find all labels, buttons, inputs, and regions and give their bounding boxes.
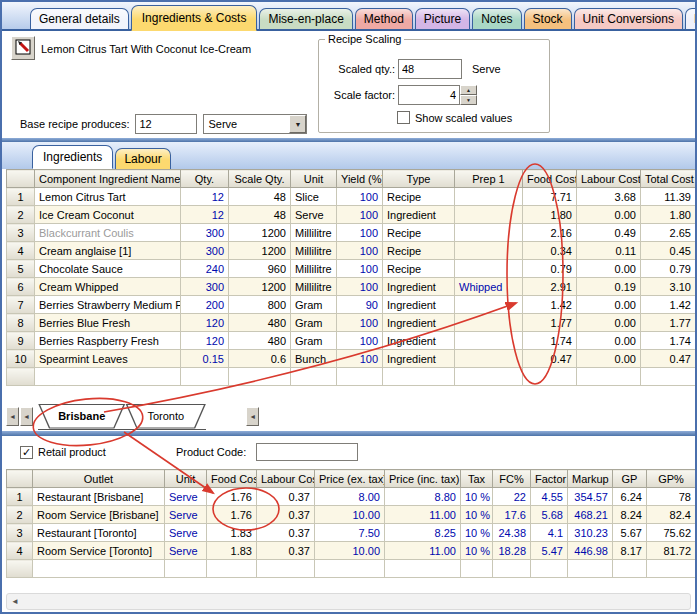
cell-factor[interactable]: 4.1	[531, 524, 568, 542]
main-tab[interactable]: Unit Conversions	[574, 8, 683, 29]
cell-type[interactable]: Ingredient	[383, 314, 455, 332]
cell-unit[interactable]: Millilitre	[291, 278, 337, 296]
cell-yield[interactable]: 100	[337, 278, 383, 296]
cell-gp-pct[interactable]: 82.4	[647, 506, 696, 524]
spin-down-button[interactable]: ▼	[460, 95, 477, 105]
dropdown-arrow-icon[interactable]: ▼	[289, 115, 306, 133]
cell-type[interactable]: Ingredient	[383, 296, 455, 314]
cell-yield[interactable]: 100	[337, 332, 383, 350]
scaled-qty-input[interactable]	[398, 59, 462, 79]
cell-ingredient-name[interactable]: Berries Raspberry Fresh	[35, 332, 181, 350]
cell-fc-pct[interactable]: 18.28	[493, 542, 531, 560]
cell-qty[interactable]: 300	[181, 224, 229, 242]
cell-scale-qty[interactable]: 480	[229, 314, 291, 332]
cell-labour-cost[interactable]: 0.19	[577, 278, 641, 296]
cell-prep1[interactable]	[455, 188, 523, 206]
cell-prep1[interactable]: Whipped	[455, 278, 523, 296]
ingredients-tab[interactable]: Labour	[115, 148, 170, 169]
cell-unit[interactable]: Slice	[291, 188, 337, 206]
cell-prep1[interactable]	[455, 224, 523, 242]
cell-markup[interactable]: 354.57	[568, 488, 613, 506]
cell-price-inc-tax[interactable]: 8.80	[385, 488, 461, 506]
cell-outlet[interactable]: Restaurant [Brisbane]	[33, 488, 165, 506]
cell-unit[interactable]: Serve	[165, 542, 207, 560]
edit-recipe-button[interactable]	[11, 36, 35, 60]
cell-ingredient-name[interactable]: Berries Strawberry Medium Fre	[35, 296, 181, 314]
cell-food-cost[interactable]: 2.91	[523, 278, 577, 296]
cell-total-cost[interactable]: 0.79	[641, 260, 696, 278]
cell-scale-qty[interactable]: 800	[229, 296, 291, 314]
cell-prep1[interactable]	[455, 260, 523, 278]
cell-scale-qty[interactable]: 48	[229, 206, 291, 224]
cell-type[interactable]: Ingredient	[383, 206, 455, 224]
cell-labour-cost[interactable]: 3.68	[577, 188, 641, 206]
cell-tax[interactable]: 10 %	[461, 488, 493, 506]
cell-total-cost[interactable]: 0.47	[641, 350, 696, 368]
main-tab[interactable]: Stock	[524, 8, 572, 29]
cell-yield[interactable]: 90	[337, 296, 383, 314]
cell-labour-cost[interactable]: 0.37	[257, 488, 315, 506]
cell-prep1[interactable]	[455, 296, 523, 314]
cell-outlet[interactable]: Room Service [Brisbane]	[33, 506, 165, 524]
cell-gp-pct[interactable]: 78	[647, 488, 696, 506]
cell-total-cost[interactable]: 2.65	[641, 224, 696, 242]
cell-type[interactable]: Recipe	[383, 188, 455, 206]
cell-yield[interactable]: 100	[337, 224, 383, 242]
cell-prep1[interactable]	[455, 332, 523, 350]
cell-food-cost[interactable]: 0.47	[523, 350, 577, 368]
cell-fc-pct[interactable]: 22	[493, 488, 531, 506]
main-tab[interactable]: Method	[355, 8, 413, 29]
cell-total-cost[interactable]: 1.77	[641, 314, 696, 332]
cell-labour-cost[interactable]: 0.00	[577, 314, 641, 332]
base-produces-input[interactable]	[135, 114, 197, 134]
row-number[interactable]: 1	[7, 188, 35, 206]
cell-gp-pct[interactable]: 81.72	[647, 542, 696, 560]
cell-tax[interactable]: 10 %	[461, 506, 493, 524]
cell-scale-qty[interactable]: 1200	[229, 278, 291, 296]
cell-unit[interactable]: Millilitre	[291, 224, 337, 242]
cell-ingredient-name[interactable]: Blackcurrant Coulis	[35, 224, 181, 242]
cell-food-cost[interactable]: 1.80	[523, 206, 577, 224]
cell-scale-qty[interactable]: 1200	[229, 242, 291, 260]
cell-type[interactable]: Recipe	[383, 242, 455, 260]
main-tab[interactable]: References	[685, 8, 697, 29]
cell-scale-qty[interactable]: 0.6	[229, 350, 291, 368]
cell-unit[interactable]: Serve	[165, 524, 207, 542]
cell-price-ex-tax[interactable]: 7.50	[315, 524, 385, 542]
cell-yield[interactable]: 100	[337, 350, 383, 368]
row-number[interactable]: 4	[7, 242, 35, 260]
cell-price-ex-tax[interactable]: 10.00	[315, 506, 385, 524]
cell-scale-qty[interactable]: 1200	[229, 224, 291, 242]
cell-price-inc-tax[interactable]: 8.25	[385, 524, 461, 542]
cell-food-cost[interactable]: 1.76	[207, 488, 257, 506]
cell-food-cost[interactable]: 0.79	[523, 260, 577, 278]
cell-prep1[interactable]	[455, 350, 523, 368]
cell-unit[interactable]: Gram	[291, 314, 337, 332]
outlet-tab[interactable]: Brisbane Brisbane	[38, 404, 125, 429]
cell-total-cost[interactable]: 1.74	[641, 332, 696, 350]
cell-type[interactable]: Ingredient	[383, 332, 455, 350]
cell-yield[interactable]: 100	[337, 188, 383, 206]
cell-labour-cost[interactable]: 0.37	[257, 506, 315, 524]
cell-scale-qty[interactable]: 480	[229, 332, 291, 350]
cell-outlet[interactable]: Restaurant [Toronto]	[33, 524, 165, 542]
cell-qty[interactable]: 240	[181, 260, 229, 278]
main-tab[interactable]: Notes	[472, 8, 521, 29]
cell-type[interactable]: Ingredient	[383, 278, 455, 296]
cell-prep1[interactable]	[455, 206, 523, 224]
cell-fc-pct[interactable]: 17.6	[493, 506, 531, 524]
cell-labour-cost[interactable]: 0.11	[577, 242, 641, 260]
row-number[interactable]: 3	[7, 224, 35, 242]
cell-gp[interactable]: 8.24	[613, 506, 647, 524]
cell-food-cost[interactable]: 1.83	[207, 542, 257, 560]
cell-labour-cost[interactable]: 0.49	[577, 224, 641, 242]
cell-ingredient-name[interactable]: Cream anglaise [1]	[35, 242, 181, 260]
main-tab[interactable]: General details	[30, 8, 129, 29]
cell-factor[interactable]: 5.68	[531, 506, 568, 524]
cell-fc-pct[interactable]: 24.38	[493, 524, 531, 542]
row-number[interactable]: 9	[7, 332, 35, 350]
cell-labour-cost[interactable]: 0.00	[577, 206, 641, 224]
cell-price-inc-tax[interactable]: 11.00	[385, 506, 461, 524]
cell-qty[interactable]: 120	[181, 332, 229, 350]
row-number[interactable]: 3	[7, 524, 33, 542]
